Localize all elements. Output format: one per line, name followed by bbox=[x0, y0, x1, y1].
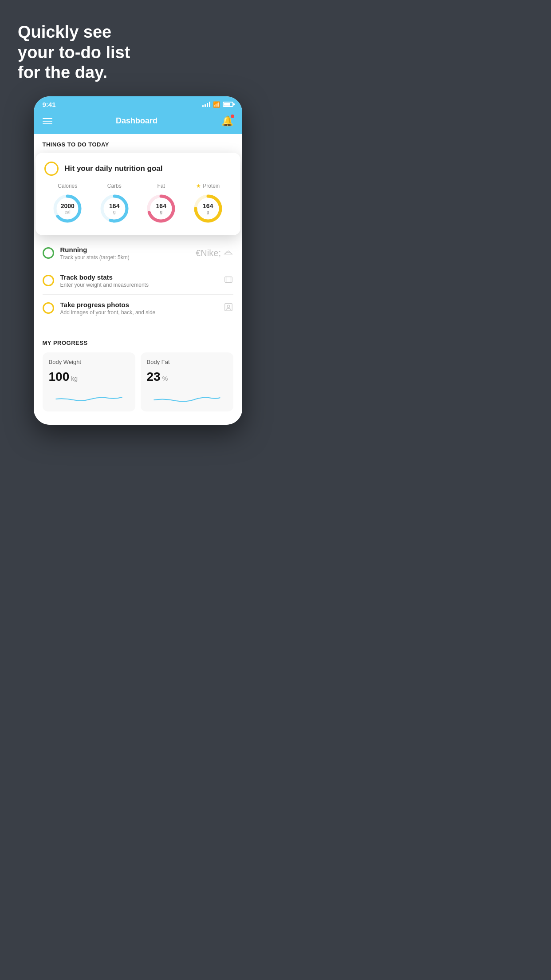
progress-cards: Body Weight 100 kg Body Fat 23 bbox=[43, 352, 233, 411]
body-fat-unit: % bbox=[162, 375, 168, 382]
body-stats-text: Track body stats Enter your weight and m… bbox=[60, 273, 217, 288]
status-time: 9:41 bbox=[43, 101, 56, 108]
body-weight-value: 100 bbox=[49, 370, 70, 384]
carbs-value: 164 bbox=[109, 203, 119, 209]
protein-donut: 164 g bbox=[192, 193, 224, 225]
person-photo-icon bbox=[224, 302, 233, 314]
body-stats-circle bbox=[43, 275, 54, 286]
progress-section: MY PROGRESS Body Weight 100 kg bbox=[34, 331, 242, 416]
goal-circle-check bbox=[44, 162, 59, 176]
page-wrapper: Quickly see your to-do list for the day.… bbox=[0, 0, 276, 490]
things-to-do-title: THINGS TO DO TODAY bbox=[43, 141, 109, 148]
status-icons: 📶 bbox=[202, 101, 233, 108]
calories-value: 2000 bbox=[61, 203, 75, 209]
todo-list: Running Track your stats (target: 5km) €… bbox=[34, 231, 242, 322]
wifi-icon: 📶 bbox=[213, 101, 220, 108]
progress-photos-circle bbox=[43, 302, 54, 314]
running-title: Running bbox=[60, 246, 190, 253]
progress-photos-title: Take progress photos bbox=[60, 301, 217, 308]
carbs-donut: 164 g bbox=[98, 193, 130, 225]
app-header: Dashboard 🔔 bbox=[34, 111, 242, 134]
protein-star-icon: ★ bbox=[196, 183, 201, 189]
battery-icon bbox=[223, 102, 233, 107]
protein-label: ★ Protein bbox=[196, 183, 220, 189]
phone-bottom bbox=[34, 416, 242, 425]
body-weight-chart bbox=[49, 390, 129, 403]
todo-item-running[interactable]: Running Track your stats (target: 5km) €… bbox=[43, 240, 233, 267]
todo-item-progress-photos[interactable]: Take progress photos Add images of your … bbox=[43, 295, 233, 322]
hamburger-menu-icon[interactable] bbox=[43, 118, 52, 124]
notification-dot bbox=[231, 115, 234, 118]
header-title: Dashboard bbox=[116, 116, 157, 126]
body-fat-value: 23 bbox=[147, 370, 161, 384]
phone-mockup: 9:41 📶 Dashboard bbox=[34, 96, 242, 425]
nutrition-item-fat: Fat 164 g bbox=[145, 183, 177, 225]
nutrition-item-carbs: Carbs 164 g bbox=[98, 183, 130, 225]
running-text: Running Track your stats (target: 5km) bbox=[60, 246, 190, 261]
nutrition-circles: Calories 2000 cal bbox=[44, 183, 232, 225]
phone-content: THINGS TO DO TODAY Hit your daily nutrit… bbox=[34, 134, 242, 416]
todo-item-body-stats[interactable]: Track body stats Enter your weight and m… bbox=[43, 267, 233, 295]
carbs-unit: g bbox=[109, 209, 119, 214]
signal-icon bbox=[202, 102, 210, 107]
progress-photos-text: Take progress photos Add images of your … bbox=[60, 301, 217, 316]
hero-section: Quickly see your to-do list for the day. bbox=[0, 0, 276, 96]
calories-donut: 2000 cal bbox=[51, 193, 83, 225]
running-shoe-icon: €Nike; bbox=[196, 248, 233, 258]
running-subtitle: Track your stats (target: 5km) bbox=[60, 254, 190, 261]
body-stats-subtitle: Enter your weight and measurements bbox=[60, 282, 217, 288]
protein-value: 164 bbox=[203, 203, 213, 209]
svg-point-12 bbox=[227, 305, 230, 308]
scale-icon bbox=[224, 275, 233, 287]
my-progress-title: MY PROGRESS bbox=[43, 340, 233, 346]
carbs-label: Carbs bbox=[107, 183, 122, 189]
notification-bell-button[interactable]: 🔔 bbox=[221, 115, 233, 127]
hero-title: Quickly see your to-do list for the day. bbox=[18, 22, 258, 83]
progress-photos-subtitle: Add images of your front, back, and side bbox=[60, 309, 217, 316]
calories-unit: cal bbox=[61, 209, 75, 214]
fat-label: Fat bbox=[157, 183, 165, 189]
body-fat-card-title: Body Fat bbox=[147, 359, 227, 365]
status-bar: 9:41 📶 bbox=[34, 96, 242, 111]
body-weight-unit: kg bbox=[71, 375, 78, 382]
nutrition-goal-header: Hit your daily nutrition goal bbox=[44, 162, 232, 176]
body-weight-card-title: Body Weight bbox=[49, 359, 129, 365]
nutrition-goal-card: Hit your daily nutrition goal Calories bbox=[35, 153, 240, 235]
nutrition-item-calories: Calories 2000 cal bbox=[51, 183, 83, 225]
calories-label: Calories bbox=[58, 183, 77, 189]
fat-value: 164 bbox=[156, 203, 166, 209]
body-fat-card: Body Fat 23 % bbox=[141, 352, 233, 411]
nutrition-item-protein: ★ Protein 164 g bbox=[192, 183, 224, 225]
nutrition-goal-text: Hit your daily nutrition goal bbox=[65, 164, 163, 173]
body-stats-title: Track body stats bbox=[60, 273, 217, 281]
running-circle bbox=[43, 247, 54, 259]
fat-unit: g bbox=[156, 209, 166, 214]
body-fat-chart bbox=[147, 390, 227, 403]
things-to-do-section-header: THINGS TO DO TODAY bbox=[34, 134, 242, 153]
svg-rect-8 bbox=[224, 277, 232, 282]
protein-unit: g bbox=[203, 209, 213, 214]
fat-donut: 164 g bbox=[145, 193, 177, 225]
body-weight-card: Body Weight 100 kg bbox=[43, 352, 135, 411]
